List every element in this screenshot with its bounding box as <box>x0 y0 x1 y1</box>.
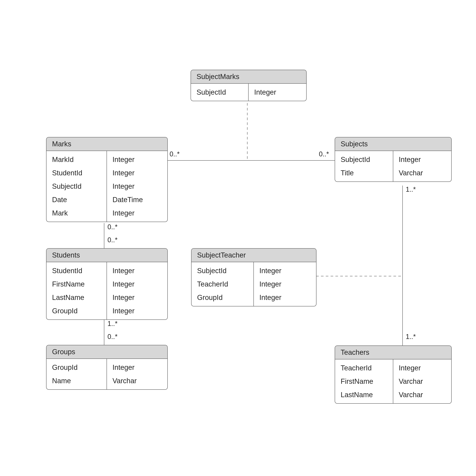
multiplicity-label: 0..* <box>107 223 118 231</box>
multiplicity-label: 0..* <box>170 150 180 158</box>
field-types: Integer Integer Integer <box>254 262 316 306</box>
entity-title: Marks <box>47 137 167 151</box>
field-types: Integer <box>249 84 306 101</box>
entity-title: Groups <box>47 345 167 359</box>
entity-title: Students <box>47 249 167 262</box>
entity-groups: Groups GroupId Name Integer Varchar <box>46 345 168 390</box>
field-types: Integer Varchar <box>107 359 167 389</box>
entity-subjectteacher: SubjectTeacher SubjectId TeacherId Group… <box>191 248 316 306</box>
entity-teachers: Teachers TeacherId FirstName LastName In… <box>335 345 452 404</box>
multiplicity-label: 0..* <box>319 150 329 158</box>
entity-subjectmarks: SubjectMarks SubjectId Integer <box>191 70 306 101</box>
entity-subjects: Subjects SubjectId Title Integer Varchar <box>335 137 452 182</box>
field-names: SubjectId <box>191 84 249 101</box>
field-names: StudentId FirstName LastName GroupId <box>47 262 107 320</box>
er-diagram: SubjectMarks SubjectId Integer Marks Mar… <box>0 0 476 476</box>
entity-students: Students StudentId FirstName LastName Gr… <box>46 248 168 320</box>
entity-title: SubjectTeacher <box>191 249 316 262</box>
field-types: Integer Integer Integer Integer <box>107 262 167 320</box>
entity-title: SubjectMarks <box>191 70 306 84</box>
field-names: GroupId Name <box>47 359 107 389</box>
multiplicity-label: 1..* <box>107 320 118 328</box>
multiplicity-label: 1..* <box>406 186 416 193</box>
field-names: SubjectId TeacherId GroupId <box>191 262 254 306</box>
field-names: MarkId StudentId SubjectId Date Mark <box>47 151 107 222</box>
entity-marks: Marks MarkId StudentId SubjectId Date Ma… <box>46 137 168 222</box>
field-names: TeacherId FirstName LastName <box>335 359 393 403</box>
multiplicity-label: 1..* <box>406 333 416 341</box>
entity-title: Teachers <box>335 346 451 359</box>
multiplicity-label: 0..* <box>107 333 118 341</box>
multiplicity-label: 0..* <box>107 236 118 244</box>
field-types: Integer Varchar Varchar <box>393 359 451 403</box>
field-names: SubjectId Title <box>335 151 393 182</box>
field-types: Integer Integer Integer DateTime Integer <box>107 151 167 222</box>
entity-title: Subjects <box>335 137 451 151</box>
field-types: Integer Varchar <box>393 151 451 182</box>
